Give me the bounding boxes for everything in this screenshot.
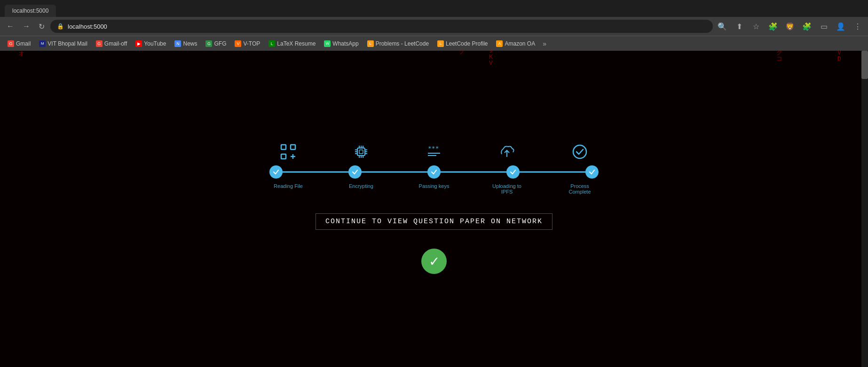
bookmark-favicon: A (496, 40, 503, 47)
green-check-button[interactable]: ✓ (421, 249, 447, 274)
step-icon-3 (488, 144, 526, 160)
reload-button[interactable]: ↻ (36, 20, 47, 33)
bookmark-label: V-TOP (243, 40, 260, 47)
main-content: *** Reading FileEncryptingPassing keysUp… (0, 51, 868, 367)
continue-text[interactable]: CONTINUE TO VIEW QUESTION PAPER ON NETWO… (316, 213, 552, 230)
svg-rect-2 (281, 154, 286, 159)
browser-tabs: localhost:5000 (0, 0, 868, 17)
step-circle-4 (585, 165, 599, 179)
bookmark-item[interactable]: VV-TOP (231, 39, 264, 48)
bookmark-label: News (183, 40, 197, 47)
step-icons-row: *** (269, 144, 599, 160)
bookmark-favicon: G (96, 40, 103, 47)
step-label-2: Passing keys (415, 183, 453, 195)
bookmark-label: Gmail-off (104, 40, 127, 47)
bookmark-item[interactable]: GGmail-off (92, 39, 131, 48)
bookmark-label: YouTube (144, 40, 166, 47)
step-label-3: Uploading to IPFS (488, 183, 526, 195)
puzzle-icon[interactable]: 🧩 (800, 20, 813, 33)
browser-chrome: localhost:5000 ← → ↻ 🔒 🔍 ⬆ ☆ 🧩 🦁 🧩 ▭ 👤 ⋮… (0, 0, 868, 51)
bookmark-star-icon[interactable]: ☆ (750, 20, 763, 33)
bookmark-favicon: L (367, 40, 374, 47)
bookmark-item[interactable]: ▶YouTube (132, 39, 170, 48)
progress-tracker: *** Reading FileEncryptingPassing keysUp… (269, 144, 599, 195)
forward-button[interactable]: → (20, 20, 33, 32)
bookmark-label: Gmail (16, 40, 31, 47)
bookmark-favicon: G (8, 40, 14, 47)
profile-icon[interactable]: 👤 (834, 20, 847, 33)
step-icon-4 (561, 144, 599, 160)
step-circle-0 (269, 165, 283, 179)
bookmark-item[interactable]: LLeetCode Profile (434, 39, 491, 48)
brave-icon[interactable]: 🦁 (783, 20, 797, 33)
address-bar[interactable]: 🔒 (50, 20, 713, 33)
bookmark-item[interactable]: GGmail (4, 39, 34, 48)
step-icon-1 (342, 144, 380, 160)
step-circle-3 (506, 165, 520, 179)
bookmark-item[interactable]: WWhatsApp (320, 39, 362, 48)
more-bookmarks-button[interactable]: » (540, 39, 549, 49)
bookmark-favicon: V (235, 40, 241, 47)
step-icon-0 (269, 144, 307, 160)
bookmark-item[interactable]: GGFG (202, 39, 230, 48)
toolbar-icons: 🔍 ⬆ ☆ 🧩 🦁 🧩 ▭ 👤 ⋮ (716, 20, 864, 33)
svg-rect-0 (281, 145, 286, 149)
bookmark-label: Problems - LeetCode (376, 40, 429, 47)
url-input[interactable] (68, 23, 706, 30)
sidebar-icon[interactable]: ▭ (817, 20, 830, 33)
active-tab[interactable]: localhost:5000 (5, 5, 56, 17)
step-icon-2: *** (415, 144, 453, 160)
back-button[interactable]: ← (4, 20, 17, 32)
bookmark-item[interactable]: LLaTeX Resume (265, 39, 319, 48)
step-circle-1 (348, 165, 362, 179)
bookmark-favicon: N (174, 40, 181, 47)
bookmark-favicon: W (324, 40, 331, 47)
browser-toolbar: ← → ↻ 🔒 🔍 ⬆ ☆ 🧩 🦁 🧩 ▭ 👤 ⋮ (0, 17, 868, 36)
step-label-4: Process Complete (561, 183, 599, 195)
bookmark-item[interactable]: LProblems - LeetCode (363, 39, 433, 48)
bookmarks-bar: GGmailMVIT Bhopal MailGGmail-off▶YouTube… (0, 36, 868, 51)
bookmark-item[interactable]: NNews (171, 39, 201, 48)
bookmark-favicon: L (437, 40, 444, 47)
bookmark-label: LeetCode Profile (446, 40, 488, 47)
bookmark-label: WhatsApp (332, 40, 358, 47)
scrollbar[interactable] (861, 51, 868, 367)
extensions-icon[interactable]: 🧩 (766, 20, 780, 33)
search-icon[interactable]: 🔍 (716, 20, 729, 33)
overlay: *** Reading FileEncryptingPassing keysUp… (0, 51, 868, 367)
step-circle-2 (427, 165, 441, 179)
svg-rect-6 (359, 150, 363, 154)
svg-point-23 (573, 145, 586, 158)
bookmark-label: VIT Bhopal Mail (47, 40, 87, 47)
menu-icon[interactable]: ⋮ (851, 20, 864, 33)
bookmark-label: GFG (214, 40, 226, 47)
share-icon[interactable]: ⬆ (733, 20, 746, 33)
bookmark-label: Amazon OA (505, 40, 535, 47)
bookmark-item[interactable]: MVIT Bhopal Mail (35, 39, 91, 48)
bookmark-favicon: L (268, 40, 275, 47)
bookmark-favicon: M (39, 40, 46, 47)
svg-text:***: *** (428, 145, 439, 152)
step-label-0: Reading File (269, 183, 307, 195)
scrollbar-thumb[interactable] (861, 51, 868, 79)
bookmark-item[interactable]: AAmazon OA (492, 39, 539, 48)
svg-rect-1 (291, 145, 295, 149)
bookmark-favicon: G (205, 40, 212, 47)
bookmark-label: LaTeX Resume (277, 40, 316, 47)
svg-rect-5 (357, 148, 365, 156)
step-label-1: Encrypting (342, 183, 380, 195)
tab-title: localhost:5000 (12, 8, 48, 14)
bookmark-favicon: ▶ (135, 40, 142, 47)
lock-icon: 🔒 (57, 23, 64, 30)
